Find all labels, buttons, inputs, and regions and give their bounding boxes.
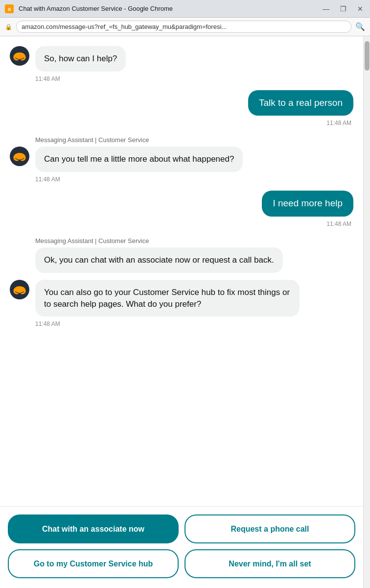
browser-icon: a bbox=[5, 4, 14, 13]
user-bubble: Talk to a real person bbox=[248, 90, 353, 116]
never-mind-button[interactable]: Never mind, I'm all set bbox=[185, 549, 355, 578]
bot-avatar bbox=[10, 280, 29, 299]
bot-message-row: You can also go to your Customer Service… bbox=[10, 280, 353, 317]
chat-messages: So, how can I help? 11:48 AM Talk to a r… bbox=[0, 36, 363, 506]
quick-actions: Chat with an associate now Request a pho… bbox=[0, 506, 363, 588]
timestamp: 11:48 AM bbox=[10, 176, 353, 183]
bot-avatar bbox=[10, 46, 29, 66]
customer-service-hub-button[interactable]: Go to my Customer Service hub bbox=[8, 549, 179, 578]
address-bar: 🔒 amazon.com/message-us?ref_=fs_hub_gate… bbox=[0, 18, 370, 36]
user-message-row: I need more help bbox=[10, 191, 353, 217]
search-icon[interactable]: 🔍 bbox=[355, 22, 365, 31]
timestamp: 11:48 AM bbox=[10, 120, 353, 126]
bot-bubble: Can you tell me a little more about what… bbox=[35, 147, 243, 172]
maximize-button[interactable]: ❐ bbox=[338, 4, 348, 14]
browser-body: So, how can I help? 11:48 AM Talk to a r… bbox=[0, 36, 370, 588]
request-phone-button[interactable]: Request a phone call bbox=[185, 514, 355, 543]
chat-container: So, how can I help? 11:48 AM Talk to a r… bbox=[0, 36, 363, 588]
url-field[interactable]: amazon.com/message-us?ref_=fs_hub_gatewa… bbox=[16, 21, 351, 33]
bot-label: Messaging Assistant | Customer Service bbox=[10, 237, 353, 245]
title-bar: a Chat with Amazon Customer Service - Go… bbox=[0, 0, 370, 18]
timestamp: 11:48 AM bbox=[10, 220, 353, 227]
lock-icon: 🔒 bbox=[5, 24, 12, 30]
bot-bubble: So, how can I help? bbox=[35, 46, 126, 72]
window-title: Chat with Amazon Customer Service - Goog… bbox=[19, 5, 316, 12]
user-message-row: Talk to a real person bbox=[10, 90, 353, 116]
scrollbar-track[interactable] bbox=[363, 36, 370, 588]
bot-message-row: So, how can I help? bbox=[10, 46, 353, 72]
timestamp: 11:48 AM bbox=[10, 75, 353, 82]
bot-message-row: Ok, you can chat with an associate now o… bbox=[10, 247, 353, 273]
close-button[interactable]: ✕ bbox=[355, 4, 365, 14]
chat-associate-button[interactable]: Chat with an associate now bbox=[8, 514, 179, 543]
bot-bubble: You can also go to your Customer Service… bbox=[35, 280, 300, 317]
bot-label: Messaging Assistant | Customer Service bbox=[10, 136, 353, 144]
user-bubble: I need more help bbox=[262, 191, 353, 217]
window-controls: — ❐ ✕ bbox=[321, 4, 365, 14]
scrollbar-thumb[interactable] bbox=[365, 41, 370, 71]
bot-message-row: Can you tell me a little more about what… bbox=[10, 147, 353, 172]
bot-bubble: Ok, you can chat with an associate now o… bbox=[35, 247, 283, 273]
timestamp: 11:48 AM bbox=[10, 320, 353, 327]
bot-avatar bbox=[10, 147, 29, 166]
minimize-button[interactable]: — bbox=[321, 4, 331, 14]
